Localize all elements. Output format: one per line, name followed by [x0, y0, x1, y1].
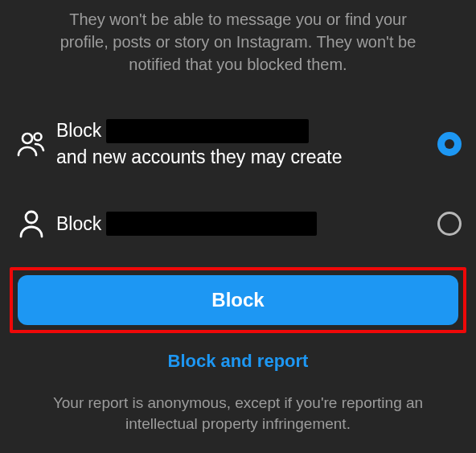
report-disclaimer: Your report is anonymous, except if you'… — [8, 380, 468, 434]
block-options: Block and new accounts they may create B… — [8, 76, 468, 246]
block-description: They won't be able to message you or fin… — [8, 0, 468, 76]
option-text-prefix: Block — [56, 211, 101, 237]
redacted-username — [106, 212, 317, 236]
redacted-username — [106, 119, 309, 143]
svg-point-2 — [26, 212, 37, 223]
block-and-report-link[interactable]: Block and report — [8, 333, 468, 380]
highlight-box: Block — [10, 267, 466, 333]
option-label: Block and new accounts they may create — [50, 117, 436, 171]
people-icon — [13, 130, 50, 158]
person-icon — [13, 209, 50, 238]
svg-point-0 — [23, 134, 32, 143]
radio-unselected-icon[interactable] — [436, 210, 463, 237]
option-block-user-and-future[interactable]: Block and new accounts they may create — [8, 109, 468, 179]
option-block-user-only[interactable]: Block — [8, 201, 468, 246]
block-button[interactable]: Block — [18, 275, 458, 325]
option-label: Block — [50, 211, 436, 237]
option-text-suffix: and new accounts they may create — [56, 144, 342, 171]
radio-selected-icon[interactable] — [436, 130, 463, 158]
option-text-prefix: Block — [56, 117, 101, 144]
svg-point-1 — [35, 134, 42, 141]
